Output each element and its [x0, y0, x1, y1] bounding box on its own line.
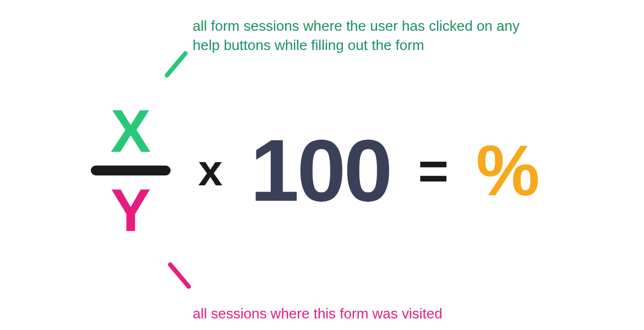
numerator-annotation: all form sessions where the user has cli…	[193, 16, 534, 55]
multiply-symbol: x	[198, 145, 223, 196]
percent-result: %	[476, 129, 540, 212]
numerator-x: X	[111, 101, 151, 161]
fraction: X Y	[91, 101, 171, 240]
constant-100: 100	[250, 120, 391, 221]
denominator-annotation: all sessions where this form was visited	[193, 305, 443, 322]
formula-container: X Y x 100 = %	[91, 82, 608, 258]
fraction-bar	[91, 166, 171, 175]
denominator-connector-line	[167, 261, 192, 289]
denominator-y: Y	[111, 180, 151, 240]
numerator-connector-line	[164, 50, 189, 78]
equals-symbol: =	[418, 141, 448, 201]
